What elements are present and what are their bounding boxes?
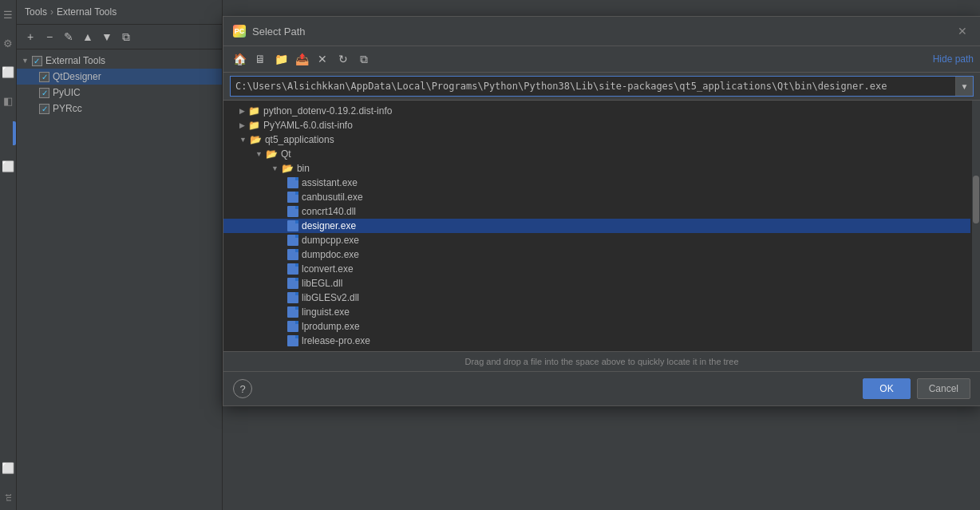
file-tree-item-libegl[interactable]: libEGL.dll <box>223 276 970 291</box>
tree-item-pyrcc[interactable]: PYRcc <box>17 101 222 117</box>
move-down-button[interactable]: ▼ <box>98 28 116 45</box>
path-input-container: ▼ <box>230 76 974 97</box>
footer-buttons: OK Cancel <box>863 378 970 399</box>
folder-icon: 📂 <box>282 163 294 174</box>
dialog-title-text: Select Path <box>252 26 306 38</box>
dialog-toolbar-buttons: 🏠 🖥 📁 📤 ✕ ↻ ⧉ <box>230 49 373 69</box>
file-tree-item-pyyaml[interactable]: ▶ 📁 PyYAML-6.0.dist-info <box>223 118 970 132</box>
sidebar-icon-1[interactable]: ☰ <box>0 6 16 22</box>
tree-group-external-tools[interactable]: ▼ External Tools <box>17 53 222 69</box>
file-tree-item-assistant[interactable]: assistant.exe <box>223 176 970 190</box>
path-dropdown-button[interactable]: ▼ <box>955 77 973 96</box>
item-label: lprodump.exe <box>302 321 360 332</box>
pyrcc-checkbox[interactable] <box>39 104 49 114</box>
folder-icon: 📁 <box>248 105 260 117</box>
delete-button[interactable]: ✕ <box>313 49 332 69</box>
main-content: PC Select Path ✕ 🏠 🖥 📁 📤 ✕ ↻ ⧉ Hide path <box>223 0 980 510</box>
file-tree-item-lprodump[interactable]: lprodump.exe <box>223 319 970 334</box>
breadcrumb-current: External Tools <box>57 6 117 18</box>
file-icon <box>287 220 298 231</box>
dialog-toolbar: 🏠 🖥 📁 📤 ✕ ↻ ⧉ Hide path <box>223 46 980 73</box>
remove-button[interactable]: − <box>41 28 58 45</box>
add-button[interactable]: + <box>22 28 39 45</box>
select-path-dialog: PC Select Path ✕ 🏠 🖥 📁 📤 ✕ ↻ ⧉ Hide path <box>223 16 980 406</box>
sidebar-icon-3[interactable]: ⬜ <box>0 64 16 80</box>
edit-button[interactable]: ✎ <box>60 28 77 45</box>
file-tree-item-qt5apps[interactable]: ▼ 📂 qt5_applications <box>223 132 970 147</box>
item-label: dumpdoc.exe <box>302 249 359 260</box>
qtdesigner-checkbox[interactable] <box>39 72 49 82</box>
move-up-button[interactable]: ▲ <box>79 28 97 45</box>
scrollbar-thumb[interactable] <box>973 176 979 223</box>
file-tree-item-libglesv2[interactable]: libGLESv2.dll <box>223 291 970 305</box>
sidebar-icon-2[interactable]: ⚙ <box>0 35 16 51</box>
pycharm-icon: PC <box>233 25 246 38</box>
file-tree-item-lconvert[interactable]: lconvert.exe <box>223 262 970 276</box>
folder-icon: 📁 <box>248 120 260 131</box>
file-icon <box>287 306 298 318</box>
pyuic-checkbox[interactable] <box>39 88 49 98</box>
help-button[interactable]: ? <box>233 379 252 398</box>
tree-item-pyuic[interactable]: PyUIC <box>17 85 222 101</box>
folder-icon: 📂 <box>266 148 278 160</box>
scrollbar-track[interactable] <box>972 101 980 351</box>
item-label: designer.exe <box>302 220 356 231</box>
file-tree-item-linguist[interactable]: linguist.exe <box>223 305 970 319</box>
file-icon <box>287 321 298 332</box>
dialog-titlebar: PC Select Path ✕ <box>223 17 980 46</box>
file-icon <box>287 335 298 346</box>
group-label: External Tools <box>45 55 105 66</box>
hide-path-link[interactable]: Hide path <box>933 53 974 65</box>
item-label: linguist.exe <box>302 306 350 318</box>
file-tree-item-concrt[interactable]: concrt140.dll <box>223 204 970 219</box>
path-input[interactable] <box>231 77 955 95</box>
far-left-sidebar: ☰ ⚙ ⬜ ◧ ⬜ ⬜ nt <box>0 0 17 510</box>
ok-button[interactable]: OK <box>863 378 910 399</box>
cancel-button[interactable]: Cancel <box>917 378 970 399</box>
dialog-footer: ? OK Cancel <box>223 371 980 405</box>
sidebar-icon-5[interactable]: ⬜ <box>0 158 16 174</box>
file-icon <box>287 235 298 246</box>
file-tree-item-dumpdoc[interactable]: dumpdoc.exe <box>223 247 970 262</box>
blue-tab-indicator <box>13 121 16 145</box>
item-label: assistant.exe <box>302 177 358 188</box>
new-folder-button[interactable]: 📁 <box>271 49 290 69</box>
file-tree-item-qt[interactable]: ▼ 📂 Qt <box>223 147 970 161</box>
file-icon <box>287 249 298 260</box>
folder-icon: 📂 <box>250 134 262 145</box>
item-label: libEGL.dll <box>302 278 342 289</box>
item-label: lconvert.exe <box>302 263 354 275</box>
file-icon <box>287 206 298 217</box>
refresh-button[interactable]: ↻ <box>334 49 353 69</box>
file-tree-item-designer[interactable]: designer.exe <box>223 219 970 233</box>
file-tree-item-bin[interactable]: ▼ 📂 bin <box>223 161 970 176</box>
file-tree-item-canbusutil[interactable]: canbusutil.exe <box>223 190 970 204</box>
copy-button[interactable]: ⧉ <box>117 28 135 45</box>
sidebar-icon-4[interactable]: ◧ <box>0 93 16 109</box>
breadcrumb: Tools › External Tools <box>17 0 222 25</box>
file-tree-item-python-dotenv[interactable]: ▶ 📁 python_dotenv-0.19.2.dist-info <box>223 104 970 118</box>
file-tree-item-dumpcpp[interactable]: dumpcpp.exe <box>223 233 970 247</box>
sidebar-icon-bottom[interactable]: ⬜ <box>0 460 16 476</box>
drag-hint: Drag and drop a file into the space abov… <box>223 351 980 371</box>
folder-up-button[interactable]: 📤 <box>292 49 311 69</box>
tree-item-qtdesigner[interactable]: QtDesigner <box>17 69 222 85</box>
qtdesigner-label: QtDesigner <box>53 71 101 82</box>
pyrcc-label: PYRcc <box>53 103 82 114</box>
item-label: qt5_applications <box>265 134 334 145</box>
group-checkbox[interactable] <box>32 56 42 66</box>
breadcrumb-parent[interactable]: Tools <box>25 6 47 18</box>
item-label: dumpcpp.exe <box>302 235 359 246</box>
file-icon <box>287 278 298 289</box>
dialog-close-button[interactable]: ✕ <box>954 23 970 39</box>
home-button[interactable]: 🏠 <box>230 49 249 69</box>
file-tree-item-lrelease[interactable]: lrelease-pro.exe <box>223 334 970 348</box>
special-button[interactable]: ⧉ <box>354 49 373 69</box>
item-label: lrelease-pro.exe <box>302 335 370 346</box>
file-icon <box>287 177 298 188</box>
desktop-button[interactable]: 🖥 <box>251 49 270 69</box>
group-expand-arrow: ▼ <box>22 57 29 65</box>
file-tree: ▶ 📁 python_dotenv-0.19.2.dist-info ▶ 📁 P… <box>223 101 980 351</box>
item-label: Qt <box>281 148 291 160</box>
item-label: concrt140.dll <box>302 206 356 217</box>
